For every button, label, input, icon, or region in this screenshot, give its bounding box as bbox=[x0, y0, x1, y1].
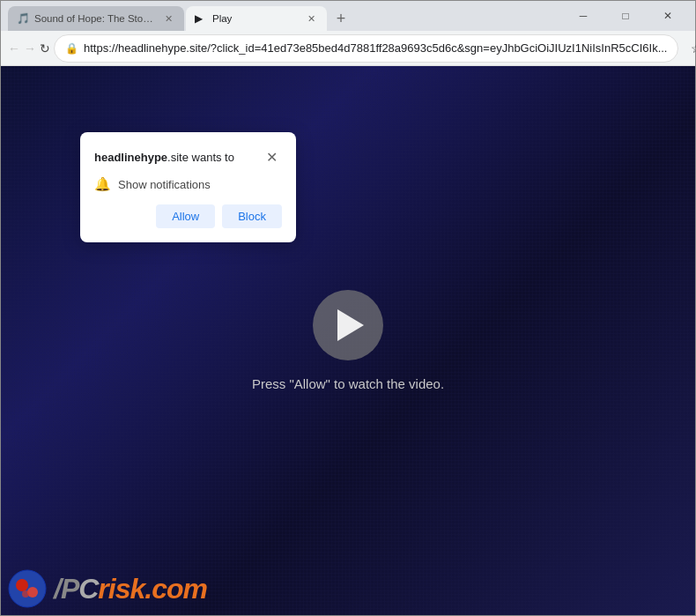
play-icon bbox=[337, 309, 364, 341]
minimize-button[interactable]: ─ bbox=[563, 1, 603, 31]
popup-title: headlinehype.site wants to bbox=[94, 151, 234, 164]
address-bar[interactable]: 🔒 https://headlinehype.site/?click_id=41… bbox=[54, 34, 678, 63]
title-bar: 🎵 Sound of Hope: The Story of P... ✕ ▶ P… bbox=[1, 1, 695, 31]
page-content: headlinehype.site wants to ✕ 🔔 Show noti… bbox=[1, 66, 695, 615]
svg-point-2 bbox=[27, 587, 38, 597]
popup-wants-to: wants to bbox=[189, 151, 234, 164]
bookmark-button[interactable]: ☆ bbox=[682, 34, 696, 63]
bell-icon: 🔔 bbox=[94, 176, 111, 192]
tab2-favicon: ▶ bbox=[195, 12, 207, 25]
tab1-favicon: 🎵 bbox=[17, 12, 29, 25]
lock-icon: 🔒 bbox=[65, 42, 78, 55]
toolbar: ← → ↻ 🔒 https://headlinehype.site/?click… bbox=[1, 31, 695, 66]
tab1-title: Sound of Hope: The Story of P... bbox=[34, 13, 156, 24]
svg-point-3 bbox=[22, 590, 29, 597]
watermark-risk: risk.com bbox=[98, 573, 207, 605]
block-button[interactable]: Block bbox=[222, 204, 282, 228]
play-area: Press "Allow" to watch the video. bbox=[252, 290, 444, 391]
tab1-close-icon[interactable]: ✕ bbox=[161, 11, 175, 26]
popup-permission-text: Show notifications bbox=[118, 178, 211, 191]
popup-domain-bold: headlinehype bbox=[94, 151, 167, 164]
tab-play[interactable]: ▶ Play ✕ bbox=[186, 6, 327, 31]
tab-sound-of-hope[interactable]: 🎵 Sound of Hope: The Story of P... ✕ bbox=[8, 6, 184, 31]
play-button[interactable] bbox=[313, 290, 383, 360]
new-tab-button[interactable]: + bbox=[329, 6, 353, 31]
address-text: https://headlinehype.site/?click_id=41ed… bbox=[84, 41, 667, 55]
back-button[interactable]: ← bbox=[8, 34, 20, 63]
notification-popup: headlinehype.site wants to ✕ 🔔 Show noti… bbox=[80, 132, 296, 242]
tab2-close-icon[interactable]: ✕ bbox=[304, 11, 318, 26]
maximize-button[interactable]: □ bbox=[605, 1, 646, 31]
play-instruction-text: Press "Allow" to watch the video. bbox=[252, 376, 444, 391]
refresh-button[interactable]: ↻ bbox=[40, 34, 50, 63]
watermark-text: /PCrisk.com bbox=[54, 573, 207, 605]
tab2-title: Play bbox=[212, 13, 299, 24]
popup-header: headlinehype.site wants to ✕ bbox=[94, 146, 282, 167]
tab-strip: 🎵 Sound of Hope: The Story of P... ✕ ▶ P… bbox=[8, 1, 559, 31]
popup-permission-row: 🔔 Show notifications bbox=[94, 176, 282, 192]
toolbar-actions: ☆ ⬇ 👤 ⋮ bbox=[682, 34, 696, 63]
allow-button[interactable]: Allow bbox=[156, 204, 215, 228]
window-controls: ─ □ ✕ bbox=[563, 1, 688, 31]
close-button[interactable]: ✕ bbox=[648, 1, 688, 31]
popup-actions: Allow Block bbox=[94, 204, 282, 228]
popup-domain-ext: .site bbox=[167, 151, 189, 164]
svg-point-0 bbox=[9, 570, 46, 607]
popup-close-button[interactable]: ✕ bbox=[261, 146, 282, 167]
pcrisk-logo bbox=[8, 569, 47, 608]
browser-window: 🎵 Sound of Hope: The Story of P... ✕ ▶ P… bbox=[0, 0, 696, 616]
svg-point-1 bbox=[16, 579, 28, 591]
watermark: /PCrisk.com bbox=[8, 569, 207, 608]
forward-button[interactable]: → bbox=[24, 34, 36, 63]
